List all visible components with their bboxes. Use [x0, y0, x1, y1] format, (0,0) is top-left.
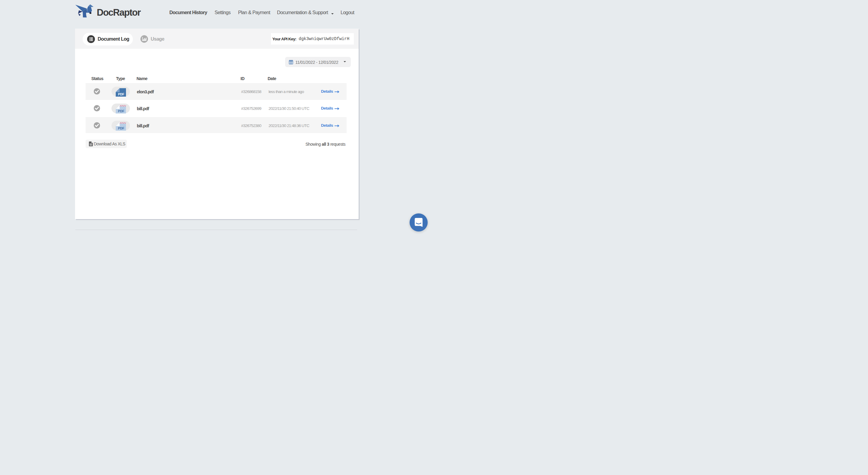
svg-text:PDF: PDF	[118, 127, 125, 130]
svg-text:PDF: PDF	[118, 109, 125, 113]
svg-text:PDF: PDF	[118, 93, 125, 96]
